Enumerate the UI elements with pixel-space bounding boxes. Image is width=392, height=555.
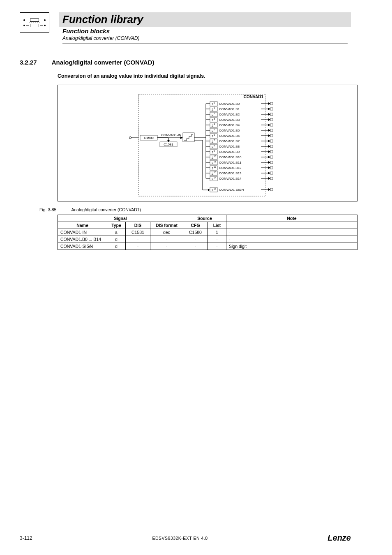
table-cell: - xyxy=(150,243,183,250)
table-cell: - xyxy=(208,236,226,243)
figure-caption: Fig. 3-85 Analog/digital converter (CONV… xyxy=(39,207,351,212)
figure-caption-text: Analog/digital converter (CONVAD1) xyxy=(71,207,141,212)
section-title: Analog/digital converter (CONVAD) xyxy=(52,59,154,66)
bit-label: CONVAD1.B4 xyxy=(219,123,240,127)
svg-text:13: 13 xyxy=(214,171,216,173)
table-cell: d xyxy=(107,243,126,250)
page-footer: 3-112 EDSVS9332K-EXT EN 4.0 Lenze xyxy=(0,533,392,543)
svg-marker-114 xyxy=(268,177,270,180)
table-cell: - xyxy=(226,236,357,243)
table-cell: CONVAD1.B0 ... B14 xyxy=(58,236,107,243)
svg-rect-108 xyxy=(270,172,273,174)
logo-icon xyxy=(20,12,49,33)
bit-label: CONVAD1.B14 xyxy=(219,177,242,180)
svg-marker-6 xyxy=(167,140,170,142)
svg-text:4: 4 xyxy=(214,123,215,125)
svg-marker-107 xyxy=(268,172,270,174)
svg-marker-72 xyxy=(268,145,270,148)
table-cell: 1 xyxy=(208,229,226,236)
th-type: Type xyxy=(107,222,126,229)
sign-label: CONVAD1-SIGN xyxy=(219,188,244,192)
bit-label: CONVAD1.B12 xyxy=(219,166,242,170)
svg-text:10: 10 xyxy=(214,155,216,157)
table-cell: CONVAD1-SIGN xyxy=(58,243,107,250)
svg-marker-30 xyxy=(268,113,270,116)
table-cell: - xyxy=(183,236,208,243)
svg-marker-16 xyxy=(268,102,270,105)
svg-marker-100 xyxy=(268,166,270,169)
svg-rect-31 xyxy=(270,113,273,116)
svg-text:2: 2 xyxy=(214,112,215,115)
diagram-figure: CONVAD1 C1580 CONVAD1-IN C1581 20C xyxy=(58,85,357,201)
bit-label: CONVAD1.B6 xyxy=(219,134,240,138)
th-disfmt: DIS format xyxy=(150,222,183,229)
th-list: List xyxy=(208,222,226,229)
svg-marker-93 xyxy=(268,161,270,164)
svg-marker-10 xyxy=(180,136,183,139)
svg-marker-65 xyxy=(268,140,270,142)
svg-marker-37 xyxy=(268,118,270,121)
footer-page: 3-112 xyxy=(20,535,32,541)
svg-point-1 xyxy=(129,137,131,139)
th-name: Name xyxy=(58,222,107,229)
svg-marker-122 xyxy=(268,188,270,191)
table-cell: d xyxy=(107,236,126,243)
svg-text:15: 15 xyxy=(214,187,216,190)
section-number: 3.2.27 xyxy=(20,59,37,66)
svg-marker-44 xyxy=(268,124,270,126)
table-cell: - xyxy=(226,229,357,236)
svg-rect-24 xyxy=(270,108,273,110)
bit-label: CONVAD1.B5 xyxy=(219,129,240,132)
svg-rect-94 xyxy=(270,161,273,164)
th-signal: Signal xyxy=(58,215,183,222)
page-title: Function library xyxy=(62,13,348,26)
bit-label: CONVAD1.B7 xyxy=(219,139,240,143)
table-cell: - xyxy=(183,243,208,250)
table-row: CONVAD1-INaC1581decC15801- xyxy=(58,229,357,236)
footer-docid: EDSVS9332K-EXT EN 4.0 xyxy=(152,536,208,541)
bit-label: CONVAD1.B13 xyxy=(219,171,242,175)
subtitle-2: Analog/digital converter (CONVAD) xyxy=(62,35,348,41)
svg-rect-123 xyxy=(270,188,273,191)
table-cell: dec xyxy=(150,229,183,236)
svg-marker-58 xyxy=(268,134,270,137)
svg-rect-101 xyxy=(270,166,273,169)
section-description: Conversion of an analog value into indiv… xyxy=(58,73,351,79)
svg-rect-45 xyxy=(270,124,273,126)
th-note2 xyxy=(226,222,357,229)
table-cell: - xyxy=(150,236,183,243)
table-cell: C1581 xyxy=(126,229,150,236)
svg-marker-79 xyxy=(268,150,270,153)
svg-text:8: 8 xyxy=(214,144,215,147)
table-cell: a xyxy=(107,229,126,236)
section-heading: 3.2.27 Analog/digital converter (CONVAD) xyxy=(20,59,351,66)
c1581-box: C1581 xyxy=(164,143,173,146)
bit-label: CONVAD1.B2 xyxy=(219,113,240,116)
svg-text:1: 1 xyxy=(214,107,215,109)
bit-label: CONVAD1.B1 xyxy=(219,107,240,111)
svg-rect-0 xyxy=(138,94,266,196)
svg-rect-80 xyxy=(270,150,273,153)
bit-label: CONVAD1.B10 xyxy=(219,155,242,159)
svg-text:9: 9 xyxy=(214,150,215,152)
table-cell: Sign digit xyxy=(226,243,357,250)
table-cell: - xyxy=(126,236,150,243)
svg-marker-86 xyxy=(268,156,270,158)
table-cell: C1580 xyxy=(183,229,208,236)
th-note: Note xyxy=(226,215,357,222)
bit-label: CONVAD1.B3 xyxy=(219,118,240,122)
svg-marker-51 xyxy=(268,129,270,132)
block-name: CONVAD1 xyxy=(244,95,264,99)
th-dis: DIS xyxy=(126,222,150,229)
svg-marker-128 xyxy=(208,189,210,191)
title-bar: Function library xyxy=(59,12,351,27)
table-cell: - xyxy=(208,243,226,250)
signal-table: Signal Source Note Name Type DIS DIS for… xyxy=(58,215,357,250)
svg-marker-23 xyxy=(268,108,270,110)
convad-diagram: CONVAD1 C1580 CONVAD1-IN C1581 20C xyxy=(58,90,358,200)
bit-label: CONVAD1.B9 xyxy=(219,150,240,154)
svg-text:0: 0 xyxy=(214,102,215,104)
svg-rect-59 xyxy=(270,134,273,137)
bit-label: CONVAD1.B0 xyxy=(219,102,240,106)
page-header: Function library Function blocks Analog/… xyxy=(0,0,392,44)
